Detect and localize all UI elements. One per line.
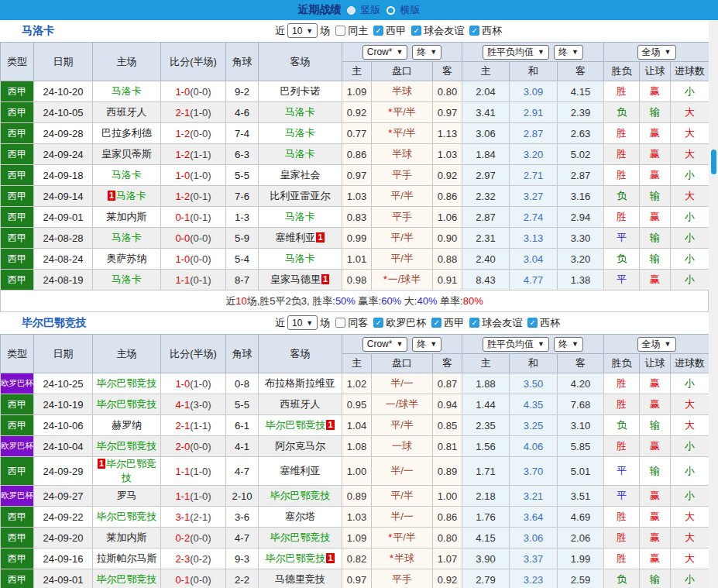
match-row: 西甲24-09-22毕尔巴鄂竞技3-1(2-1)3-6塞尔塔1.03半/一0.8… [1, 507, 709, 528]
date-cell: 24-10-25 [34, 373, 93, 394]
sub-home-odds: 主 [342, 354, 372, 373]
goals-result-cell: 小 [671, 165, 709, 186]
away-odds-cell: 0.92 [433, 569, 462, 588]
corners-cell: 0-8 [226, 373, 259, 394]
draw-odds-cell: 3.04 [510, 249, 558, 270]
lose-odds-cell: 1.38 [558, 270, 604, 291]
handicap-name: 平/半 [393, 127, 416, 139]
draw-odds-cell: 3.13 [510, 228, 558, 249]
away-odds-cell: 0.80 [433, 528, 462, 548]
team-name: 皇家贝蒂斯 [101, 148, 152, 160]
summary-part: 40% [417, 295, 437, 307]
handicap-cell: 平/半 [372, 249, 433, 270]
league-checkbox[interactable]: ✓ [431, 318, 441, 328]
result-cell: 胜 [604, 436, 640, 457]
final-select[interactable]: 终▼ [554, 45, 583, 60]
handicap-name: 半球 [392, 148, 412, 160]
win-odds-cell: 2.31 [462, 228, 510, 249]
win-odds-cell: 1.76 [462, 507, 510, 528]
handicap-cell: *一/球半 [372, 270, 433, 291]
date-cell: 24-10-04 [34, 436, 93, 457]
goals-result-cell: 小 [671, 569, 709, 588]
scrollbar-thumb[interactable] [711, 150, 716, 174]
score-cell: 0-2(0-0) [161, 528, 226, 548]
col-away: 客场 [259, 43, 342, 81]
home-team-cell: 1马洛卡 [93, 186, 161, 207]
market-select[interactable]: 胜平负均值▼ [483, 337, 549, 352]
team-name: 毕尔巴鄂竞技 [97, 440, 157, 452]
result-cell: 负 [604, 249, 640, 270]
sub-draw: 和 [510, 62, 558, 81]
corners-cell: 4-7 [226, 457, 259, 486]
match-row: 西甲24-09-01毕尔巴鄂竞技0-1(0-0)2-2马德里竞技0.97平手0.… [1, 569, 709, 588]
win-odds-cell: 3.41 [462, 102, 510, 123]
result-cell: 胜 [604, 528, 640, 548]
league-checkbox[interactable]: ✓ [469, 318, 479, 328]
league-checkbox[interactable]: ✓ [373, 318, 383, 328]
team-name: 马洛卡 [112, 273, 142, 285]
radio-horizontal-label[interactable]: 横版 [400, 3, 421, 17]
draw-odds-cell: 3.23 [510, 569, 558, 588]
section-header-home-team: 马洛卡 近10▼场同主✓西甲✓球会友谊✓西杯 [0, 20, 718, 42]
league-checkbox[interactable]: ✓ [411, 26, 421, 36]
away-odds-cell: 0.80 [433, 81, 462, 102]
team-name: 毕尔巴鄂竞技 [97, 573, 157, 585]
red-badge: 1 [321, 274, 329, 284]
radio-vertical-label[interactable]: 竖版 [361, 3, 381, 17]
win-odds-cell: 8.43 [462, 270, 510, 291]
same-ground-checkbox[interactable] [335, 26, 345, 36]
handicap-cell: *半球 [372, 548, 433, 569]
sub-goals: 进球数 [671, 62, 709, 81]
result-cell: 胜 [604, 207, 640, 228]
league-checkbox[interactable]: ✓ [469, 26, 479, 36]
match-count-select[interactable]: 10▼ [287, 315, 318, 330]
league-checkbox[interactable]: ✓ [373, 26, 383, 36]
full-score: 4-1 [175, 399, 190, 411]
games-label: 场 [320, 24, 330, 38]
radio-horizontal[interactable] [386, 6, 395, 15]
team-name: 皇家马德里 [270, 273, 321, 285]
company-select[interactable]: Crow*▼ [362, 337, 408, 352]
team-name: 西班牙人 [107, 106, 147, 118]
select-value: Crow* [367, 339, 393, 349]
recent-matches-table: 类型 日期 主场 比分(半场) 角球 客场 Crow*▼ 终▼ 胜平负均值▼ 终… [0, 334, 709, 588]
full-score: 0-1 [175, 211, 190, 223]
final-select[interactable]: 终▼ [412, 45, 441, 60]
team-name: 马德里竞技 [275, 573, 325, 585]
match-count-select[interactable]: 10▼ [287, 23, 318, 38]
handicap-result-cell: 赢 [640, 81, 671, 102]
final-select[interactable]: 终▼ [554, 337, 583, 352]
full-score: 2-1 [175, 420, 190, 432]
scope-select[interactable]: 全场▼ [637, 337, 676, 352]
same-ground-checkbox-label: 同客 [348, 316, 368, 330]
star-mark: * [388, 531, 392, 543]
away-team-cell: 毕尔巴鄂竞技 [259, 486, 342, 507]
handicap-result-cell: 输 [640, 415, 671, 436]
handicap-name: 半/一 [390, 511, 414, 522]
radio-vertical[interactable] [347, 6, 356, 15]
home-team-cell: 赫罗纳 [93, 415, 161, 436]
market-select[interactable]: 胜平负均值▼ [483, 45, 549, 60]
team-name: 毕尔巴鄂竞技 [106, 458, 156, 483]
handicap-cell: 平/半 [372, 486, 433, 507]
company-select[interactable]: Crow*▼ [362, 45, 408, 60]
league-checkbox[interactable]: ✓ [527, 318, 538, 328]
result-cell: 胜 [604, 507, 640, 528]
away-odds-cell: 1.00 [433, 486, 462, 507]
same-ground-checkbox[interactable] [335, 318, 345, 328]
score-cell: 0-0(0-0) [161, 228, 226, 249]
home-team-cell: 1毕尔巴鄂竞技 [93, 457, 161, 486]
date-cell: 24-08-24 [34, 249, 93, 270]
topbar: 近期战绩 竖版 横版 [0, 0, 718, 20]
scope-select[interactable]: 全场▼ [637, 45, 676, 60]
match-type-badge: 西甲 [1, 548, 34, 569]
chevron-down-icon: ▼ [665, 340, 672, 348]
full-score: 1-0 [175, 378, 190, 390]
away-odds-cell: 0.97 [433, 102, 462, 123]
filters-bar: 近10▼场同主✓西甲✓球会友谊✓西杯 [275, 23, 502, 38]
scrollbar-track[interactable] [709, 20, 718, 588]
final-select[interactable]: 终▼ [412, 337, 441, 352]
same-ground-checkbox-label: 同主 [348, 24, 368, 38]
handicap-name: 平手 [392, 169, 412, 181]
handicap-result-cell: 赢 [640, 394, 671, 415]
